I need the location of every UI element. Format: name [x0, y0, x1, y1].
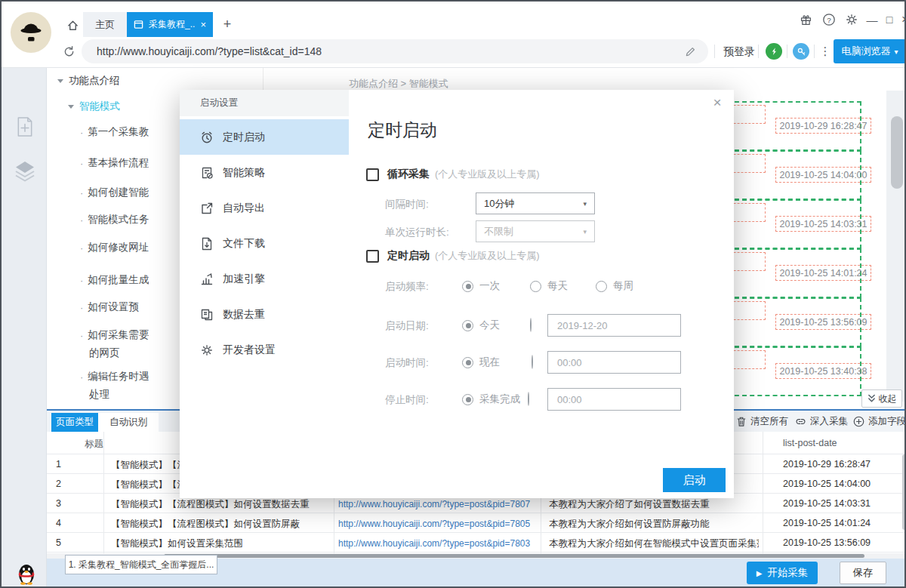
interval-label: 间隔时间: [385, 198, 429, 211]
preview-scrollbar[interactable] [886, 91, 906, 402]
cell-date: 2019-10-29 16:28:47 [783, 459, 871, 469]
preview-date[interactable]: 2019-10-25 14:03:31 [775, 216, 871, 232]
radio-icon[interactable] [462, 281, 473, 292]
launch-time-input[interactable]: 00:00 [547, 351, 681, 374]
maximize-button[interactable]: □ [881, 11, 898, 28]
refresh-icon[interactable] [60, 43, 77, 60]
radio-icon[interactable] [462, 394, 473, 405]
tree-leaf[interactable]: ·智能模式任务 [80, 213, 149, 226]
tab-page-type[interactable]: 页面类型 [51, 413, 98, 432]
qq-penguin-icon[interactable] [17, 562, 36, 585]
tree-leaf[interactable]: ·如何修改网址 [80, 241, 149, 254]
radio-icon[interactable] [462, 357, 473, 368]
key-icon[interactable] [793, 43, 809, 60]
minimize-button[interactable]: — [864, 11, 880, 28]
tree-leaf[interactable]: ·第一个采集教 [80, 125, 149, 139]
launch-time-now[interactable]: 现在 [462, 356, 500, 369]
stop-time-custom-radio[interactable] [528, 392, 529, 406]
preview-date[interactable]: 2019-10-25 14:01:24 [775, 265, 871, 281]
radio-icon[interactable] [462, 320, 473, 331]
preview-scrollbar-thumb[interactable] [891, 116, 903, 189]
frequency-option-weekly[interactable]: 每周 [596, 279, 633, 293]
tree-leaf[interactable]: ·如何采集需要 的网页 [80, 328, 149, 360]
frequency-option-daily[interactable]: 每天 [530, 279, 568, 293]
tab-label: 自动识别 [109, 416, 147, 429]
duration-select[interactable]: 不限制 ▾ [476, 220, 595, 242]
new-task-icon[interactable] [14, 115, 35, 139]
preview-date[interactable]: 2019-10-25 13:40:38 [775, 363, 871, 379]
tree-node-root[interactable]: 功能点介绍 [57, 74, 120, 88]
device-mode-label: 电脑浏览器 [841, 45, 890, 58]
avatar[interactable] [11, 12, 51, 53]
edit-pencil-icon[interactable] [685, 46, 696, 57]
app-window: 主页 采集教程_... × + ? [0, 0, 906, 588]
collapse-button[interactable]: 收起 [861, 389, 902, 408]
start-collect-button[interactable]: ▶ 开始采集 [747, 562, 818, 584]
launch-time-custom-radio[interactable] [532, 355, 533, 369]
add-field-button[interactable]: 添加字段 [853, 415, 906, 428]
gift-icon[interactable] [797, 11, 815, 28]
device-mode-button[interactable]: 电脑浏览器 ▾ [834, 39, 906, 63]
row-number: 2 [56, 479, 61, 489]
menu-item-smart-strategy[interactable]: 智能策略 [180, 155, 349, 190]
timed-launch-checkbox[interactable] [366, 250, 379, 263]
new-tab-button[interactable]: + [217, 12, 237, 37]
layers-icon[interactable] [13, 160, 37, 183]
url-bar[interactable]: http://www.houyicaiji.com/?type=list&cat… [82, 39, 708, 63]
pre-login-button[interactable]: 预登录 [723, 45, 755, 59]
menu-item-label: 定时启动 [223, 131, 265, 144]
tree-leaf[interactable]: ·如何创建智能 [80, 186, 149, 199]
stop-time-input[interactable]: 00:00 [547, 388, 681, 411]
caret-down-icon [68, 105, 74, 109]
tree-node-active[interactable]: 智能模式 [68, 100, 120, 113]
menu-item-file-download[interactable]: 文件下载 [180, 226, 349, 261]
tree-leaf[interactable]: ·编辑任务时遇 处理 [80, 370, 149, 402]
home-icon[interactable] [62, 14, 83, 36]
menu-item-auto-export[interactable]: 自动导出 [180, 190, 349, 226]
preview-date[interactable]: 2019-10-25 14:04:00 [775, 167, 871, 183]
radio-icon[interactable] [596, 281, 607, 292]
deep-collect-button[interactable]: 深入采集 [795, 415, 848, 428]
tab-home[interactable]: 主页 [83, 12, 127, 37]
task-tab[interactable]: 1. 采集教程_智能模式_全面掌握后... [65, 555, 217, 574]
launch-date-today[interactable]: 今天 [462, 319, 500, 332]
tab-auto-detect[interactable]: 自动识别 [98, 413, 159, 432]
launch-date-input[interactable]: 2019-12-20 [547, 314, 681, 337]
tab-label: 页面类型 [56, 416, 94, 429]
settings-gear-icon[interactable] [843, 11, 861, 28]
interval-select[interactable]: 10分钟 ▾ [476, 192, 595, 214]
preview-date[interactable]: 2019-10-25 13:56:09 [775, 314, 871, 330]
more-menu-icon[interactable]: ⋮ [818, 43, 832, 60]
bullet-icon: · [80, 371, 83, 383]
menu-item-developer-settings[interactable]: 开发者设置 [180, 332, 349, 368]
tree-leaf[interactable]: ·基本操作流程 [80, 156, 149, 170]
save-button[interactable]: 保存 [840, 562, 886, 584]
cell-date: 2019-10-25 14:03:31 [783, 498, 871, 509]
modal-close-icon[interactable]: × [708, 94, 726, 112]
tree-leaf[interactable]: ·如何设置预 [80, 300, 139, 314]
table-scrollbar-thumb[interactable] [902, 454, 906, 530]
radio-icon[interactable] [530, 281, 541, 292]
tab-active[interactable]: 采集教程_... × [127, 12, 213, 37]
tree-leaf[interactable]: ·如何批量生成 [80, 273, 149, 287]
horizontal-scrollbar-thumb[interactable] [164, 554, 864, 558]
tab-close-icon[interactable]: × [200, 19, 206, 30]
launch-button[interactable]: 启动 [663, 468, 726, 492]
help-icon[interactable]: ? [820, 11, 838, 28]
clear-all-button[interactable]: 清空所有 [736, 415, 788, 428]
loop-collect-checkbox[interactable] [366, 168, 379, 181]
menu-item-dedupe[interactable]: 数据去重 [180, 297, 349, 332]
launch-date-custom-radio[interactable] [530, 318, 532, 332]
cell-url: http://www.houyicaiji.com/?type=post&pid… [338, 499, 530, 509]
cell-url: http://www.houyicaiji.com/?type=post&pid… [338, 519, 530, 529]
action-label: 添加字段 [868, 415, 906, 428]
boost-icon[interactable] [766, 43, 782, 60]
frequency-option-once[interactable]: 一次 [462, 279, 500, 293]
close-button[interactable]: × [897, 11, 906, 28]
table-row[interactable]: 5 【智能模式】如何设置采集范围 http://www.houyicaiji.c… [47, 533, 906, 553]
table-row[interactable]: 4 【智能模式】【流程图模式】如何设置防屏蔽 http://www.houyic… [47, 513, 906, 533]
menu-item-speed-engine[interactable]: 加速引擎 [180, 261, 349, 297]
stop-time-on-complete[interactable]: 采集完成 [462, 393, 520, 406]
preview-date[interactable]: 2019-10-29 16:28:47 [775, 118, 871, 134]
menu-item-timed-launch[interactable]: 定时启动 [180, 119, 349, 155]
